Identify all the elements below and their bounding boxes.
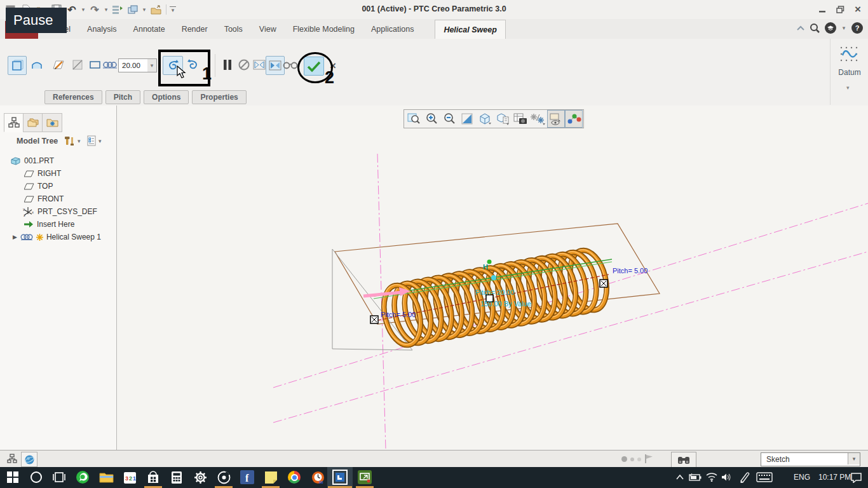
tab-references[interactable]: References bbox=[44, 90, 102, 104]
tab-flexible-modeling[interactable]: Flexible Modeling bbox=[285, 20, 363, 39]
toggle-model-tree-button[interactable] bbox=[5, 452, 19, 465]
display-style-button[interactable] bbox=[476, 110, 494, 128]
glasses-icon bbox=[283, 60, 298, 69]
datum-display-filters-button[interactable] bbox=[529, 110, 547, 128]
clock-time[interactable]: 10:17 PM bbox=[818, 473, 851, 482]
tab-tools[interactable]: Tools bbox=[216, 20, 251, 39]
tab-model-tree[interactable] bbox=[4, 113, 24, 132]
helical-sweep-icon bbox=[20, 233, 33, 241]
tree-tools-dropdown-icon[interactable]: ▾ bbox=[76, 138, 82, 144]
cortana-button[interactable] bbox=[29, 470, 44, 485]
language-indicator[interactable]: ENG bbox=[794, 473, 810, 482]
tab-options[interactable]: Options bbox=[144, 90, 189, 104]
creo-taskbar-icon[interactable] bbox=[332, 470, 348, 485]
tab-render[interactable]: Render bbox=[173, 20, 216, 39]
collapse-ribbon-icon[interactable] bbox=[796, 25, 805, 31]
tree-item-helical-sweep[interactable]: ▶ Helical Sweep 1 bbox=[13, 231, 101, 243]
sticky-notes-icon[interactable] bbox=[263, 470, 278, 485]
pitch-end-dimension[interactable]: Pitch= 5.00 bbox=[613, 267, 648, 274]
touch-keyboard-icon[interactable] bbox=[755, 470, 774, 485]
tab-annotate[interactable]: Annotate bbox=[125, 20, 173, 39]
search-model-button[interactable] bbox=[671, 452, 696, 468]
speaker-icon[interactable] bbox=[719, 470, 735, 485]
settings-gear-icon[interactable] bbox=[193, 470, 208, 485]
tab-analysis[interactable]: Analysis bbox=[79, 20, 125, 39]
annotation-display-button[interactable] bbox=[547, 110, 565, 128]
tree-item-part[interactable]: 001.PRT bbox=[10, 154, 54, 167]
zoom-region-button[interactable] bbox=[405, 110, 423, 128]
chrome-icon[interactable] bbox=[287, 470, 302, 485]
tab-properties[interactable]: Properties bbox=[192, 90, 246, 104]
tree-settings-icon[interactable] bbox=[87, 135, 97, 146]
zoom-in-button[interactable] bbox=[423, 110, 440, 128]
restore-button[interactable] bbox=[832, 4, 848, 15]
pitch-start-dimension[interactable]: Pitch= 5.00 bbox=[381, 311, 416, 318]
wifi-icon[interactable] bbox=[704, 470, 719, 485]
tab-applications[interactable]: Applications bbox=[363, 20, 422, 39]
tab-view[interactable]: View bbox=[251, 20, 285, 39]
tab-folder-browser[interactable] bbox=[23, 113, 43, 132]
pitch-value-dropdown[interactable]: ▾ bbox=[147, 58, 157, 72]
tree-item-csys[interactable]: yxz PRT_CSYS_DEF bbox=[23, 205, 97, 218]
battery-icon[interactable] bbox=[688, 470, 703, 485]
tree-item-right-plane[interactable]: RIGHT bbox=[24, 167, 61, 180]
close-button[interactable]: × bbox=[850, 4, 865, 15]
height-dimension[interactable]: 150.00 By Value bbox=[480, 300, 531, 308]
section-plane-outline[interactable] bbox=[332, 249, 412, 350]
tree-settings-dropdown-icon[interactable]: ▾ bbox=[97, 138, 103, 144]
screen-share-icon[interactable] bbox=[357, 470, 372, 485]
screen-recorder-icon[interactable] bbox=[216, 470, 231, 485]
selection-filter-dropdown[interactable]: Sketch ▾ bbox=[761, 452, 860, 466]
pause-feature-button[interactable] bbox=[219, 56, 236, 74]
surface-toggle-button[interactable] bbox=[28, 56, 46, 74]
flag-icon[interactable] bbox=[644, 453, 654, 464]
minimize-button[interactable] bbox=[815, 4, 830, 15]
tree-tools-icon[interactable] bbox=[64, 135, 76, 147]
whatsapp-icon[interactable] bbox=[75, 470, 90, 485]
remove-material-button[interactable] bbox=[69, 56, 86, 74]
learning-center-icon[interactable] bbox=[825, 22, 836, 34]
refit-button[interactable] bbox=[458, 110, 476, 128]
search-icon[interactable] bbox=[810, 23, 820, 34]
pen-icon[interactable] bbox=[737, 470, 752, 485]
chevron-down-icon[interactable]: ▾ bbox=[848, 453, 860, 464]
3d-graphics-scene[interactable] bbox=[0, 105, 868, 450]
start-button[interactable] bbox=[5, 470, 20, 485]
tray-expand-icon[interactable] bbox=[672, 470, 688, 485]
solid-toggle-button[interactable] bbox=[8, 56, 27, 75]
start-height-marker[interactable]: H bbox=[483, 263, 488, 271]
svg-text:y: y bbox=[23, 207, 25, 211]
calculator-icon[interactable] bbox=[169, 470, 184, 485]
store-icon[interactable] bbox=[146, 470, 161, 485]
svg-text:3: 3 bbox=[125, 475, 128, 482]
datum-sketch-icon[interactable] bbox=[839, 45, 860, 65]
spin-center-button[interactable] bbox=[565, 110, 583, 128]
tab-pitch[interactable]: Pitch bbox=[105, 90, 140, 104]
tab-helical-sweep[interactable]: Helical Sweep bbox=[435, 20, 505, 39]
pause-icon bbox=[222, 58, 233, 71]
web-browser-button[interactable] bbox=[21, 452, 37, 467]
verify-glasses-button[interactable] bbox=[281, 56, 299, 74]
pitch-mid-dimension[interactable]: Pitch= 20.00 bbox=[475, 288, 514, 296]
saved-orientations-button[interactable] bbox=[494, 110, 512, 128]
calendar-icon[interactable]: 321 bbox=[122, 470, 137, 485]
edit-sketch-button[interactable] bbox=[50, 56, 67, 74]
help-icon[interactable]: ? bbox=[851, 22, 863, 34]
thin-sketch-button[interactable] bbox=[86, 56, 104, 74]
datum-dropdown-icon[interactable]: ▾ bbox=[846, 85, 850, 91]
tree-item-front-plane[interactable]: FRONT bbox=[24, 193, 64, 205]
zoom-out-button[interactable] bbox=[440, 110, 458, 128]
view-manager-button[interactable] bbox=[512, 110, 529, 128]
task-view-button[interactable] bbox=[51, 470, 67, 485]
facebook-icon[interactable]: f bbox=[240, 470, 255, 485]
windows-taskbar: 321 f 00 bbox=[0, 467, 868, 488]
tree-item-insert-here[interactable]: Insert Here bbox=[24, 218, 74, 231]
expand-arrow-icon[interactable]: ▶ bbox=[13, 234, 17, 240]
file-explorer-icon[interactable] bbox=[98, 470, 114, 485]
clock-app-icon[interactable]: 00 bbox=[310, 470, 325, 485]
tree-item-top-plane[interactable]: TOP bbox=[24, 180, 53, 193]
action-center-icon[interactable] bbox=[848, 470, 864, 485]
tab-favorites[interactable] bbox=[42, 113, 62, 132]
helical-spring[interactable] bbox=[377, 246, 612, 349]
learning-dropdown-icon[interactable]: ▾ bbox=[841, 25, 847, 31]
